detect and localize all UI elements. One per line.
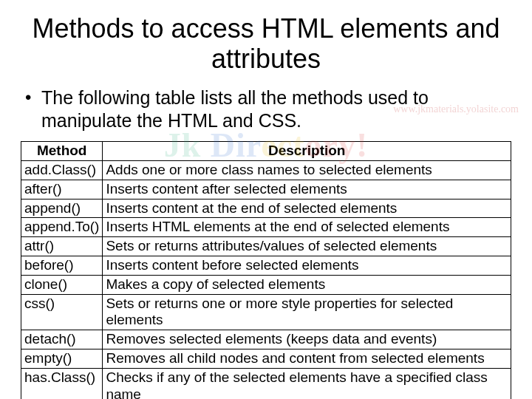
cell-method: empty() [21, 349, 103, 369]
cell-description: Sets or returns attributes/values of sel… [103, 237, 511, 256]
table-row: attr()Sets or returns attributes/values … [21, 237, 511, 256]
cell-description: Inserts content before selected elements [103, 256, 511, 276]
cell-description: Checks if any of the selected elements h… [103, 368, 511, 399]
cell-method: after() [21, 180, 103, 199]
header-description: Description [103, 142, 511, 161]
table-row: append()Inserts content at the end of se… [21, 199, 511, 218]
table-row: before()Inserts content before selected … [21, 256, 511, 276]
methods-table: Method Description add.Class()Adds one o… [21, 141, 511, 399]
cell-method: clone() [21, 275, 103, 294]
cell-description: Inserts content after selected elements [103, 180, 511, 199]
cell-method: has.Class() [21, 368, 103, 399]
intro-bullet: The following table lists all the method… [21, 86, 511, 133]
table-row: detach()Removes selected elements (keeps… [21, 330, 511, 349]
table-row: add.Class()Adds one or more class names … [21, 161, 511, 180]
table-row: append.To()Inserts HTML elements at the … [21, 218, 511, 237]
cell-method: append.To() [21, 218, 103, 237]
cell-description: Makes a copy of selected elements [103, 275, 511, 294]
cell-method: attr() [21, 237, 103, 256]
cell-description: Inserts content at the end of selected e… [103, 199, 511, 218]
cell-method: add.Class() [21, 161, 103, 180]
cell-description: Sets or returns one or more style proper… [103, 294, 511, 330]
cell-method: css() [21, 294, 103, 330]
table-row: after()Inserts content after selected el… [21, 180, 511, 199]
table-header-row: Method Description [21, 142, 511, 161]
table-row: css()Sets or returns one or more style p… [21, 294, 511, 330]
table-row: empty()Removes all child nodes and conte… [21, 349, 511, 369]
cell-description: Removes all child nodes and content from… [103, 349, 511, 369]
cell-description: Removes selected elements (keeps data an… [103, 330, 511, 349]
page-title: Methods to access HTML elements and attr… [21, 13, 511, 75]
cell-description: Inserts HTML elements at the end of sele… [103, 218, 511, 237]
cell-method: before() [21, 256, 103, 276]
table-row: has.Class()Checks if any of the selected… [21, 368, 511, 399]
cell-method: append() [21, 199, 103, 218]
cell-method: detach() [21, 330, 103, 349]
table-row: clone()Makes a copy of selected elements [21, 275, 511, 294]
cell-description: Adds one or more class names to selected… [103, 161, 511, 180]
header-method: Method [21, 142, 103, 161]
